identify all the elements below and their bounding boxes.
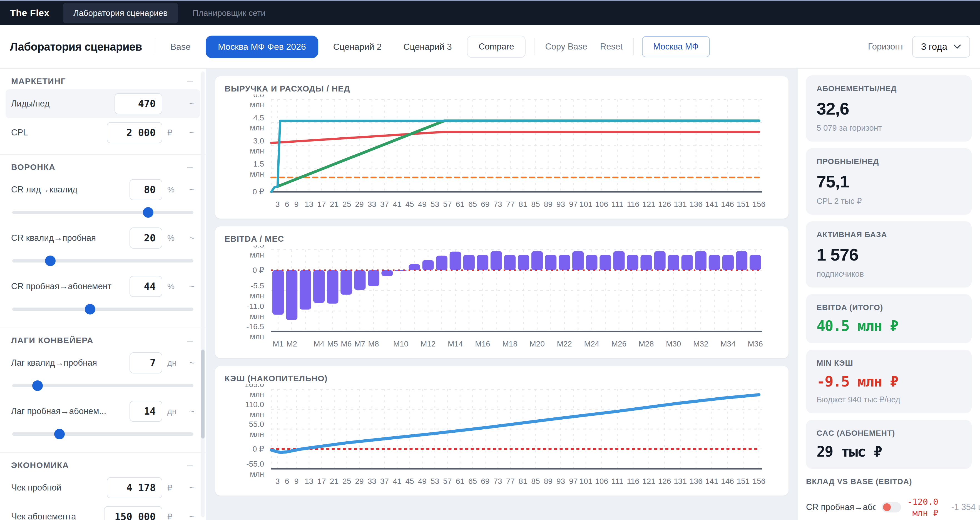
svg-text:M30: M30 [666, 340, 681, 348]
slider-thumb[interactable] [143, 207, 153, 218]
svg-text:45: 45 [406, 200, 414, 209]
leads-input[interactable] [115, 98, 162, 109]
scenario-name-button[interactable]: Москва МФ [642, 36, 710, 57]
horizon-select[interactable]: 3 года [912, 36, 970, 57]
kpi-panel: АБОНЕМЕНТЫ/НЕД 32,6 5 079 за горизонт ПР… [798, 69, 980, 520]
svg-text:151: 151 [737, 200, 750, 209]
cr-trial-sub-input[interactable] [130, 281, 162, 292]
svg-text:-11.0: -11.0 [247, 302, 264, 311]
collapse-icon[interactable]: – [185, 162, 194, 172]
lag-qual-trial-slider[interactable] [12, 384, 193, 388]
kpi-sub: подписчиков [816, 270, 961, 279]
svg-text:млн: млн [250, 100, 264, 109]
svg-text:M32: M32 [693, 340, 708, 348]
svg-text:136: 136 [690, 477, 703, 485]
svg-text:29: 29 [355, 477, 364, 485]
svg-text:M24: M24 [584, 340, 599, 348]
cpl-input[interactable] [107, 127, 162, 138]
scenario-tab-active[interactable]: Москва МФ Фев 2026 [206, 36, 318, 58]
svg-text:M6: M6 [341, 340, 352, 348]
chart-title: EBITDA / МЕС [224, 234, 779, 244]
svg-text:126: 126 [658, 477, 671, 485]
approx-icon: ~ [185, 184, 194, 195]
cr-lead-qual-slider[interactable] [12, 211, 193, 214]
kpi-card-subscriptions: АБОНЕМЕНТЫ/НЕД 32,6 5 079 за горизонт [806, 75, 972, 142]
scenario-tab-base[interactable]: Base [164, 36, 197, 57]
divider [534, 38, 535, 55]
svg-text:116: 116 [627, 477, 640, 485]
compare-button[interactable]: Compare [467, 36, 526, 58]
section-title: МАРКЕТИНГ [11, 77, 66, 86]
kpi-value: 40.5 млн ₽ [816, 317, 961, 334]
svg-text:165.0: 165.0 [245, 384, 264, 389]
cr-qual-trial-slider[interactable] [12, 259, 193, 263]
svg-text:37: 37 [380, 200, 389, 209]
svg-text:146: 146 [721, 200, 734, 209]
svg-text:49: 49 [418, 200, 426, 209]
lag-qual-trial-input[interactable] [130, 357, 162, 368]
svg-text:156: 156 [752, 477, 765, 485]
contrib-toggle[interactable] [881, 502, 901, 512]
svg-text:M2: M2 [286, 340, 297, 348]
top-tab-scenario-lab[interactable]: Лаборатория сценариев [63, 3, 178, 23]
cr-trial-sub-slider[interactable] [12, 308, 193, 311]
svg-text:106: 106 [595, 200, 608, 209]
svg-text:9: 9 [294, 200, 299, 209]
svg-text:M10: M10 [393, 340, 408, 348]
slider-thumb[interactable] [85, 304, 95, 314]
lag-trial-sub-input[interactable] [130, 406, 162, 417]
approx-icon: ~ [185, 233, 194, 243]
collapse-icon[interactable]: – [185, 335, 194, 346]
collapse-icon[interactable]: – [185, 76, 194, 86]
svg-text:49: 49 [418, 477, 426, 485]
ebitda-chart: 5.5млн0 ₽-5.5млн-11.0млн-16.5млнM1M2M4M5… [224, 245, 769, 356]
horizon-value: 3 года [921, 41, 947, 52]
revenue-expenses-card: ВЫРУЧКА И РАСХОДЫ / НЕД 6.0млн4.5млн3.0м… [215, 76, 789, 219]
svg-text:9: 9 [294, 477, 299, 485]
top-tab-network-planner[interactable]: Планировщик сети [182, 3, 276, 23]
trial-check-input[interactable] [107, 482, 162, 493]
approx-icon: ~ [185, 128, 194, 138]
svg-text:77: 77 [506, 200, 515, 209]
svg-text:111: 111 [611, 200, 624, 209]
reset-button[interactable]: Reset [598, 42, 625, 52]
svg-text:110.0: 110.0 [245, 400, 264, 409]
kpi-card-min-cash: MIN КЭШ -9.5 млн ₽ Бюджет 940 тыс ₽/нед [806, 350, 972, 413]
svg-text:77: 77 [506, 477, 515, 485]
contrib-row-cr-trial-sub: CR пробная→або... -120.0 млн ₽ -1 354 шт [806, 496, 972, 518]
sidebar-scrollbar-thumb[interactable] [201, 349, 205, 439]
svg-text:M22: M22 [557, 340, 572, 348]
ebitda-card: EBITDA / МЕС 5.5млн0 ₽-5.5млн-11.0млн-16… [215, 226, 789, 359]
lag-trial-sub-slider[interactable] [12, 432, 193, 436]
svg-text:0 ₽: 0 ₽ [253, 266, 264, 274]
param-row-lag-qual-trial: Лаг квалид→пробная дн ~ [11, 348, 194, 377]
slider-thumb[interactable] [32, 380, 43, 391]
svg-text:25: 25 [342, 477, 351, 485]
copy-base-button[interactable]: Copy Base [543, 42, 590, 52]
svg-text:M36: M36 [748, 340, 763, 348]
svg-text:M4: M4 [313, 340, 325, 348]
svg-text:53: 53 [431, 200, 439, 209]
svg-text:33: 33 [368, 477, 376, 485]
param-row-sub-check: Чек абонемента ₽ ~ [11, 502, 194, 520]
svg-text:136: 136 [690, 200, 703, 209]
svg-text:млн: млн [250, 147, 264, 155]
slider-thumb[interactable] [54, 429, 65, 439]
cr-lead-qual-input[interactable] [130, 184, 162, 195]
scenario-tab-3[interactable]: Сценарий 3 [397, 36, 458, 57]
section-lags: ЛАГИ КОНВЕЙЕРА – Лаг квалид→пробная дн ~… [0, 328, 206, 453]
svg-text:млн: млн [250, 250, 264, 259]
collapse-icon[interactable]: – [185, 460, 194, 471]
kpi-sub: CPL 2 тыс ₽ [816, 196, 961, 206]
slider-thumb[interactable] [45, 255, 56, 266]
svg-text:13: 13 [305, 200, 313, 209]
svg-text:69: 69 [481, 477, 490, 485]
cr-qual-trial-input[interactable] [130, 233, 162, 244]
svg-text:97: 97 [569, 200, 578, 209]
scenario-tab-2[interactable]: Сценарий 2 [326, 36, 388, 57]
svg-text:3: 3 [275, 477, 280, 485]
sub-check-input[interactable] [105, 511, 162, 520]
svg-text:33: 33 [368, 200, 376, 209]
svg-text:101: 101 [579, 200, 593, 209]
svg-text:21: 21 [330, 200, 339, 209]
